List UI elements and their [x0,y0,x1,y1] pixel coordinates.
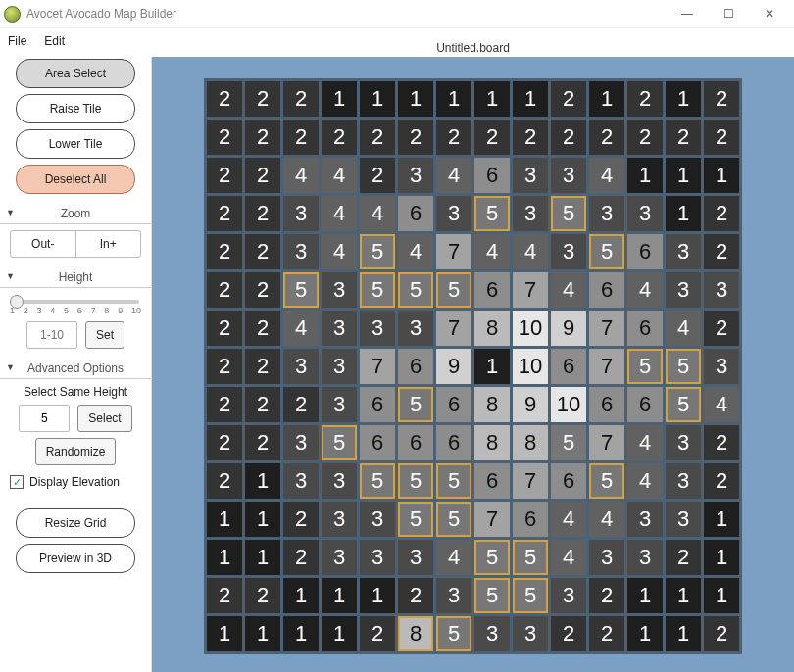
tile[interactable]: 3 [704,272,739,308]
tile[interactable]: 3 [666,272,701,308]
tile[interactable]: 3 [360,502,395,537]
tile[interactable]: 5 [666,387,701,422]
tile[interactable]: 4 [551,502,586,537]
tile[interactable]: 1 [360,81,395,117]
minimize-button[interactable]: — [667,0,708,27]
tile[interactable]: 2 [207,158,242,193]
tile[interactable]: 3 [589,196,624,231]
tile[interactable]: 5 [513,540,548,575]
tile[interactable]: 8 [474,425,510,460]
tile[interactable]: 3 [322,463,357,499]
tile[interactable]: 4 [666,311,701,346]
tile[interactable]: 1 [704,578,739,613]
tile[interactable]: 2 [551,120,586,155]
tile[interactable]: 2 [398,578,433,613]
tile[interactable]: 2 [283,502,319,537]
tile[interactable]: 3 [551,234,586,269]
tile[interactable]: 5 [360,234,395,269]
tile[interactable]: 6 [513,502,548,537]
tile[interactable]: 1 [474,349,510,384]
tile[interactable]: 5 [360,463,395,499]
tile[interactable]: 7 [589,349,624,384]
tile[interactable]: 6 [627,234,663,269]
tile[interactable]: 4 [474,234,510,269]
tile[interactable]: 6 [360,387,395,422]
menu-file[interactable]: File [8,34,26,48]
tile[interactable]: 7 [360,349,395,384]
tile[interactable]: 3 [283,463,319,499]
tile[interactable]: 3 [398,540,433,575]
tile[interactable]: 2 [245,349,280,384]
tile[interactable]: 5 [360,272,395,308]
tile[interactable]: 2 [245,158,280,193]
tile[interactable]: 9 [513,387,548,422]
tile[interactable]: 10 [513,349,548,384]
tile[interactable]: 3 [589,540,624,575]
maximize-button[interactable]: ☐ [708,0,749,27]
tile[interactable]: 4 [322,158,357,193]
tile[interactable]: 3 [283,425,319,460]
tile[interactable]: 1 [283,616,319,651]
tile[interactable]: 2 [627,120,663,155]
tile[interactable]: 3 [666,425,701,460]
tile[interactable]: 2 [245,425,280,460]
tile[interactable]: 3 [666,234,701,269]
tile[interactable]: 3 [322,349,357,384]
tile-grid[interactable]: 2221111112121222222222222222224423463341… [204,78,742,654]
tile[interactable]: 6 [627,387,663,422]
tile[interactable]: 2 [245,120,280,155]
tile[interactable]: 2 [589,616,624,651]
tile[interactable]: 1 [245,540,280,575]
tile[interactable]: 7 [513,463,548,499]
tile[interactable]: 2 [245,387,280,422]
tile[interactable]: 5 [436,272,471,308]
tile[interactable]: 3 [474,616,510,651]
tile[interactable]: 2 [245,272,280,308]
tile[interactable]: 2 [360,158,395,193]
tile[interactable]: 3 [627,540,663,575]
tile[interactable]: 4 [627,463,663,499]
tile[interactable]: 10 [513,311,548,346]
tile[interactable]: 1 [704,502,739,537]
tile[interactable]: 1 [666,81,701,117]
height-input[interactable] [26,321,77,349]
tile[interactable]: 8 [474,387,510,422]
tile[interactable]: 2 [207,387,242,422]
tile[interactable]: 2 [627,81,663,117]
resize-grid-button[interactable]: Resize Grid [16,508,135,538]
select-same-height-input[interactable] [19,405,70,432]
height-slider[interactable] [12,300,139,304]
tile[interactable]: 3 [666,463,701,499]
tile[interactable]: 6 [589,387,624,422]
tile[interactable]: 6 [436,425,471,460]
tile[interactable]: 1 [398,81,433,117]
tile[interactable]: 5 [551,425,586,460]
tile[interactable]: 4 [398,234,433,269]
tile[interactable]: 1 [474,81,510,117]
tile[interactable]: 3 [513,616,548,651]
tile[interactable]: 5 [627,349,663,384]
tile[interactable]: 1 [245,616,280,651]
tile[interactable]: 7 [474,502,510,537]
slider-thumb[interactable] [10,295,24,309]
tile[interactable]: 1 [283,578,319,613]
zoom-in-button[interactable]: In+ [75,231,141,257]
tile[interactable]: 1 [627,578,663,613]
menu-edit[interactable]: Edit [44,34,65,48]
tile[interactable]: 4 [322,196,357,231]
tile[interactable]: 2 [245,234,280,269]
tile[interactable]: 2 [551,616,586,651]
tile[interactable]: 3 [436,196,471,231]
tile[interactable]: 2 [207,81,242,117]
tile[interactable]: 3 [322,311,357,346]
tile[interactable]: 4 [436,540,471,575]
preview-3d-button[interactable]: Preview in 3D [16,544,135,573]
tile[interactable]: 3 [283,349,319,384]
tile[interactable]: 5 [436,502,471,537]
tile[interactable]: 3 [627,196,663,231]
tile[interactable]: 1 [322,81,357,117]
tile[interactable]: 10 [551,387,586,422]
tile[interactable]: 3 [398,311,433,346]
tile[interactable]: 5 [398,502,433,537]
tile[interactable]: 5 [474,540,510,575]
